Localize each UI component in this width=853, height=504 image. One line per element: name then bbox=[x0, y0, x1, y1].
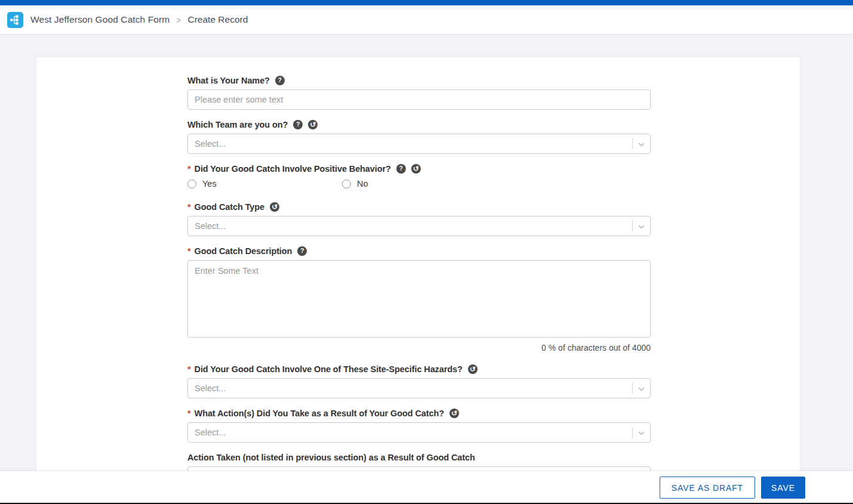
chevron-down-icon bbox=[637, 222, 646, 231]
name-input[interactable] bbox=[187, 89, 651, 110]
select-divider bbox=[632, 427, 633, 438]
field-label: * What Action(s) Did You Take as a Resul… bbox=[187, 408, 651, 419]
help-icon[interactable]: ? bbox=[396, 164, 406, 174]
select-divider bbox=[632, 221, 633, 231]
history-icon[interactable]: ↺ bbox=[270, 202, 279, 212]
footer-action-bar: SAVE AS DRAFT SAVE bbox=[0, 471, 853, 504]
required-marker: * bbox=[187, 246, 191, 256]
good-catch-type-select[interactable]: Select... bbox=[187, 216, 651, 236]
header-bar: West Jefferson Good Catch Form > Create … bbox=[0, 5, 853, 35]
chevron-down-icon bbox=[637, 429, 646, 438]
field-positive-behavior: * Did Your Good Catch Involve Positive B… bbox=[187, 163, 651, 188]
select-divider bbox=[632, 383, 633, 394]
help-icon[interactable]: ? bbox=[293, 120, 303, 129]
chevron-down-icon bbox=[637, 140, 646, 149]
select-divider bbox=[632, 138, 633, 149]
breadcrumb-separator-icon: > bbox=[176, 16, 181, 25]
hazards-select[interactable]: Select... bbox=[187, 378, 651, 398]
radio-circle bbox=[187, 180, 196, 188]
help-icon[interactable]: ? bbox=[275, 76, 285, 85]
select-placeholder: Select... bbox=[195, 384, 226, 393]
chevron-down-icon bbox=[637, 385, 646, 394]
history-icon[interactable]: ↺ bbox=[411, 164, 421, 174]
radio-option-no[interactable]: No bbox=[342, 179, 497, 188]
field-label-text: Did Your Good Catch Involve Positive Beh… bbox=[195, 163, 391, 174]
required-marker: * bbox=[187, 408, 191, 419]
form-card: What is Your Name? ? Which Team are you … bbox=[36, 57, 800, 504]
history-icon[interactable]: ↺ bbox=[449, 409, 459, 418]
tree-diagram-glyph bbox=[10, 14, 21, 26]
select-placeholder: Select... bbox=[195, 221, 226, 231]
field-label: * Good Catch Description ? bbox=[187, 246, 651, 256]
breadcrumb-form-name[interactable]: West Jefferson Good Catch Form bbox=[30, 14, 170, 25]
field-actions-taken: * What Action(s) Did You Take as a Resul… bbox=[187, 408, 651, 443]
field-label: What is Your Name? ? bbox=[187, 75, 651, 86]
team-select[interactable]: Select... bbox=[187, 134, 651, 154]
select-placeholder: Select... bbox=[195, 428, 226, 437]
required-marker: * bbox=[187, 202, 191, 212]
breadcrumb-current-page: Create Record bbox=[188, 14, 248, 25]
field-label: * Did Your Good Catch Involve One of The… bbox=[187, 364, 651, 375]
field-label-text: Action Taken (not listed in previous sec… bbox=[187, 452, 475, 463]
field-what-is-your-name: What is Your Name? ? bbox=[187, 75, 651, 110]
field-label: Action Taken (not listed in previous sec… bbox=[187, 452, 651, 463]
history-icon[interactable]: ↺ bbox=[308, 120, 318, 129]
top-accent-bar bbox=[0, 0, 853, 5]
radio-circle bbox=[342, 180, 351, 188]
radio-label: No bbox=[357, 179, 368, 188]
save-button[interactable]: SAVE bbox=[761, 477, 805, 499]
field-label: * Did Your Good Catch Involve Positive B… bbox=[187, 163, 651, 174]
description-textarea[interactable] bbox=[187, 260, 651, 338]
select-placeholder: Select... bbox=[195, 139, 226, 149]
field-label-text: Good Catch Type bbox=[195, 202, 264, 212]
field-label-text: What is Your Name? bbox=[187, 75, 270, 86]
radio-label: Yes bbox=[202, 179, 217, 188]
character-counter: 0 % of characters out of 4000 bbox=[187, 342, 651, 353]
field-good-catch-description: * Good Catch Description ? 0 % of charac… bbox=[187, 246, 651, 353]
field-label-text: Good Catch Description bbox=[195, 246, 292, 256]
form-app-icon bbox=[7, 12, 23, 28]
field-site-specific-hazards: * Did Your Good Catch Involve One of The… bbox=[187, 364, 651, 398]
required-marker: * bbox=[187, 163, 191, 174]
radio-group: Yes No bbox=[187, 179, 651, 188]
history-icon[interactable]: ↺ bbox=[468, 364, 478, 374]
field-label: * Good Catch Type ↺ bbox=[187, 202, 651, 212]
field-label: Which Team are you on? ? ↺ bbox=[187, 119, 651, 130]
field-label-text: What Action(s) Did You Take as a Result … bbox=[195, 408, 444, 419]
required-marker: * bbox=[187, 364, 191, 375]
radio-option-yes[interactable]: Yes bbox=[187, 179, 342, 188]
help-icon[interactable]: ? bbox=[297, 246, 307, 256]
field-good-catch-type: * Good Catch Type ↺ Select... bbox=[187, 202, 651, 236]
field-label-text: Did Your Good Catch Involve One of These… bbox=[195, 364, 463, 375]
form-content: What is Your Name? ? Which Team are you … bbox=[187, 57, 651, 487]
actions-select[interactable]: Select... bbox=[187, 422, 651, 443]
field-label-text: Which Team are you on? bbox=[187, 119, 288, 130]
field-which-team: Which Team are you on? ? ↺ Select... bbox=[187, 119, 651, 154]
save-as-draft-button[interactable]: SAVE AS DRAFT bbox=[660, 477, 755, 499]
